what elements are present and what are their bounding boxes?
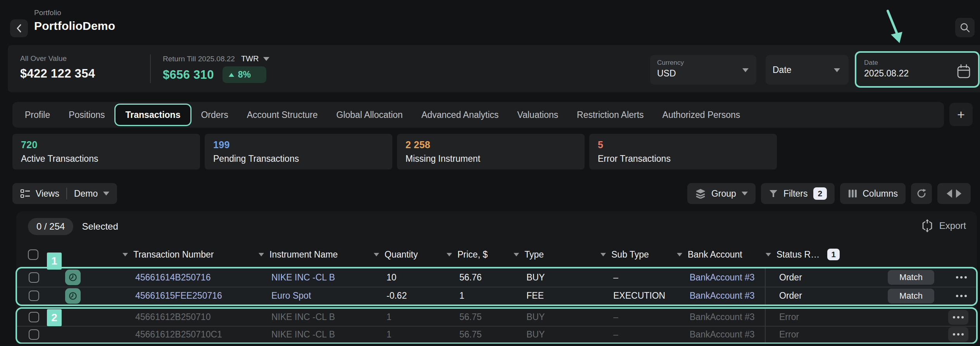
row-checkbox[interactable]: [29, 312, 39, 322]
tab-restriction-alerts[interactable]: Restriction Alerts: [568, 102, 653, 128]
cell-sub-type: –: [600, 329, 676, 340]
tab-authorized-persons[interactable]: Authorized Persons: [653, 102, 750, 128]
column-header-price[interactable]: Price, $: [445, 249, 512, 260]
cell-transaction-number[interactable]: 45661612B250710: [122, 312, 258, 322]
stat-label: Active Transactions: [21, 154, 192, 164]
column-header-sub-type[interactable]: Sub Type: [599, 249, 675, 260]
arrow-left-icon: [947, 189, 952, 198]
cell-instrument-name[interactable]: NIKE INC -CL B: [258, 329, 373, 340]
column-menu-icon[interactable]: [600, 253, 606, 256]
pending-clock-icon: [65, 270, 81, 285]
tab-orders[interactable]: Orders: [192, 102, 237, 128]
column-header-quantity[interactable]: Quantity: [372, 249, 445, 260]
return-block: Return Till 2025.08.22 TWR $656 310 8%: [163, 54, 269, 83]
all-over-value-label: All Over Value: [20, 54, 95, 63]
refresh-button[interactable]: [911, 183, 932, 204]
row-checkbox[interactable]: [29, 291, 39, 301]
return-method-dropdown[interactable]: TWR: [241, 54, 270, 63]
group-layers-icon: [695, 189, 706, 199]
tab-valuations[interactable]: Valuations: [508, 102, 568, 128]
match-button[interactable]: Match: [888, 289, 934, 303]
row-checkbox[interactable]: [29, 329, 39, 340]
stat-card-missing-instrument[interactable]: 2 258 Missing Instrument: [397, 134, 585, 170]
cell-bank-account[interactable]: BankAccount #3: [676, 312, 765, 322]
next-row-peek: [16, 344, 977, 346]
column-header-type[interactable]: Type: [512, 249, 599, 260]
tab-transactions[interactable]: Transactions: [114, 104, 192, 126]
date-mode-dropdown[interactable]: Date: [766, 55, 849, 85]
pagination-arrows[interactable]: [937, 183, 971, 204]
return-label: Return Till 2025.08.22: [163, 55, 235, 63]
selection-bar: 0 / 254 Selected: [28, 218, 118, 235]
views-dropdown[interactable]: Views Demo: [12, 183, 117, 204]
cell-type: BUY: [513, 312, 600, 322]
row-checkbox[interactable]: [29, 272, 39, 283]
export-button[interactable]: Export: [921, 219, 966, 232]
cell-bank-account[interactable]: BankAccount #3: [676, 272, 765, 283]
cell-sub-type: –: [600, 272, 676, 283]
row-group-matched: 45661614B250716 NIKE INC -CL B 10 56.76 …: [16, 267, 978, 306]
cell-bank-account[interactable]: BankAccount #3: [676, 329, 765, 340]
stat-card-pending-transactions[interactable]: 199 Pending Transactions: [205, 134, 392, 170]
row-menu-button[interactable]: [945, 295, 978, 297]
row-menu-button[interactable]: [948, 310, 968, 325]
stat-card-error-transactions[interactable]: 5 Error Transactions: [589, 134, 777, 170]
transactions-panel: 0 / 254 Selected Export Transaction Numb: [16, 211, 977, 346]
filters-label: Filters: [783, 189, 808, 199]
table-row[interactable]: 45661612B250710C1 NIKE INC -CL B 1 56.75…: [17, 326, 976, 343]
column-menu-icon[interactable]: [677, 253, 682, 256]
cell-instrument-name[interactable]: NIKE INC -CL B: [258, 312, 373, 322]
tab-global-allocation[interactable]: Global Allocation: [327, 102, 412, 128]
stat-value: 199: [213, 139, 384, 151]
filters-button[interactable]: Filters 2: [761, 183, 835, 204]
cell-transaction-number[interactable]: 45661614B250716: [122, 272, 258, 283]
currency-dropdown[interactable]: Currency USD: [650, 55, 756, 85]
column-menu-icon[interactable]: [447, 253, 452, 256]
cell-type: BUY: [513, 329, 600, 340]
chevron-down-icon: [742, 192, 748, 195]
column-menu-icon[interactable]: [259, 253, 264, 256]
date-field[interactable]: Date 2025.08.22: [855, 51, 980, 88]
stat-label: Error Transactions: [598, 154, 768, 164]
cell-transaction-number[interactable]: 45661615FEE250716: [122, 291, 258, 301]
search-button[interactable]: [955, 18, 975, 37]
annotation-arrow: [878, 7, 913, 47]
group-dropdown[interactable]: Group: [687, 183, 756, 204]
views-label: Views: [36, 189, 59, 199]
column-header-instrument-name[interactable]: Instrument Name: [257, 249, 372, 260]
match-button[interactable]: Match: [888, 270, 934, 285]
column-label: Transaction Number: [133, 249, 214, 260]
column-header-bank-account[interactable]: Bank Account: [675, 249, 764, 260]
cell-instrument-name[interactable]: Euro Spot: [258, 291, 373, 301]
column-menu-icon[interactable]: [514, 253, 519, 256]
stat-card-active-transactions[interactable]: 720 Active Transactions: [12, 134, 200, 170]
select-all-checkbox[interactable]: [28, 249, 38, 260]
views-separator: [66, 188, 67, 199]
tab-advanced-analytics[interactable]: Advanced Analytics: [412, 102, 508, 128]
tab-positions[interactable]: Positions: [59, 102, 114, 128]
row-menu-button[interactable]: [945, 276, 978, 279]
column-menu-icon[interactable]: [766, 253, 771, 256]
columns-icon: [848, 189, 857, 198]
table-row[interactable]: 45661612B250710 NIKE INC -CL B 1 56.75 B…: [17, 309, 976, 326]
columns-button[interactable]: Columns: [840, 183, 906, 204]
status-filter-badge: 1: [827, 249, 840, 260]
select-all-cell: [16, 249, 45, 260]
cell-instrument-name[interactable]: NIKE INC -CL B: [258, 272, 373, 283]
tab-account-structure[interactable]: Account Structure: [238, 102, 327, 128]
column-header-status-reason[interactable]: Status R… 1: [764, 249, 880, 260]
table-row[interactable]: 45661615FEE250716 Euro Spot -0.62 1 FEE …: [17, 287, 976, 305]
cell-transaction-number[interactable]: 45661612B250710C1: [122, 329, 258, 340]
column-menu-icon[interactable]: [374, 253, 379, 256]
add-tab-button[interactable]: +: [949, 103, 973, 126]
column-menu-icon[interactable]: [122, 253, 128, 256]
date-field-label: Date: [864, 59, 970, 67]
table-row[interactable]: 45661614B250716 NIKE INC -CL B 10 56.76 …: [17, 268, 976, 287]
row-menu-button[interactable]: [948, 327, 968, 342]
cell-bank-account[interactable]: BankAccount #3: [676, 291, 765, 301]
column-header-transaction-number[interactable]: Transaction Number: [121, 249, 257, 260]
back-button[interactable]: [10, 19, 28, 37]
page-title: PortfolioDemo: [34, 19, 115, 33]
tab-profile[interactable]: Profile: [16, 102, 59, 128]
portfolio-app: Portfolio PortfolioDemo All Over Value $…: [0, 0, 980, 346]
